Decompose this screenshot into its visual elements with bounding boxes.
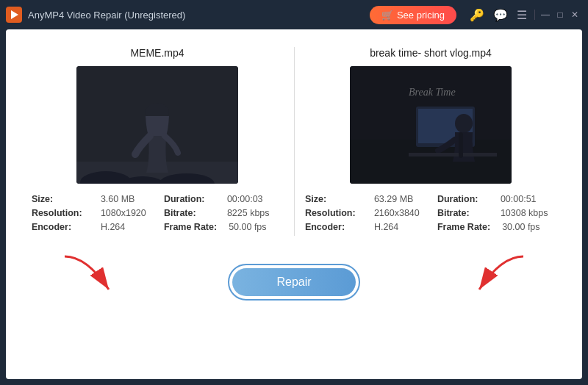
right-video-panel: break time- short vlog.mp4 xyxy=(305,47,556,236)
right-framerate-label: Frame Rate: xyxy=(437,222,490,232)
left-duration-label: Duration: xyxy=(164,194,215,204)
cart-icon: 🛒 xyxy=(381,10,393,21)
panel-divider xyxy=(294,47,295,236)
right-duration-value: 00:00:51 xyxy=(501,194,537,204)
left-bitrate-value: 8225 kbps xyxy=(227,208,270,218)
right-bitrate-value: 10308 kbps xyxy=(501,208,548,218)
right-meta-row-1: Size: 63.29 MB Duration: 00:00:51 xyxy=(305,194,556,204)
right-arrow xyxy=(413,249,545,301)
svg-rect-18 xyxy=(350,66,512,184)
app-logo xyxy=(6,7,22,23)
left-framerate-label: Frame Rate: xyxy=(164,222,217,232)
left-encoder-value: H.264 xyxy=(101,222,152,232)
left-meta-row-2: Resolution: 1080x1920 Bitrate: 8225 kbps xyxy=(32,208,283,218)
left-video-thumbnail xyxy=(76,66,238,184)
svg-rect-9 xyxy=(76,66,238,184)
left-framerate-value: 50.00 fps xyxy=(229,222,266,232)
right-video-svg: Break Time xyxy=(350,66,512,184)
videos-area: MEME.mp4 xyxy=(21,47,567,236)
repair-button-border: Repair xyxy=(228,264,359,301)
chat-icon[interactable]: 💬 xyxy=(489,6,512,24)
minimize-button[interactable]: — xyxy=(538,7,553,22)
left-arrow xyxy=(43,249,175,301)
right-encoder-value: H.264 xyxy=(374,222,426,232)
left-resolution-value: 1080x1920 xyxy=(101,208,152,218)
right-video-meta: Size: 63.29 MB Duration: 00:00:51 Resolu… xyxy=(305,194,556,236)
left-bitrate-label: Bitrate: xyxy=(164,208,215,218)
left-video-title: MEME.mp4 xyxy=(130,47,184,59)
right-size-value: 63.29 MB xyxy=(374,194,426,204)
bottom-action-area: Repair xyxy=(21,249,567,301)
right-duration-label: Duration: xyxy=(437,194,489,204)
repair-button-wrapper: Repair xyxy=(228,264,359,301)
left-duration-value: 00:00:03 xyxy=(227,194,263,204)
repair-button[interactable]: Repair xyxy=(232,268,355,296)
right-meta-row-3: Encoder: H.264 Frame Rate: 30.00 fps xyxy=(305,222,556,232)
right-size-label: Size: xyxy=(305,194,362,204)
main-content: MEME.mp4 xyxy=(6,29,582,379)
right-meta-row-2: Resolution: 2160x3840 Bitrate: 10308 kbp… xyxy=(305,208,556,218)
menu-icon[interactable]: ☰ xyxy=(512,6,531,24)
right-bitrate-label: Bitrate: xyxy=(437,208,489,218)
pricing-button[interactable]: 🛒 See pricing xyxy=(370,6,456,24)
key-icon[interactable]: 🔑 xyxy=(465,6,489,24)
right-encoder-label: Encoder: xyxy=(305,222,362,232)
right-resolution-value: 2160x3840 xyxy=(374,208,426,218)
left-meta-row-3: Encoder: H.264 Frame Rate: 50.00 fps xyxy=(32,222,283,232)
right-video-thumbnail: Break Time xyxy=(350,66,512,184)
left-video-svg xyxy=(76,66,238,184)
titlebar-separator xyxy=(534,10,535,20)
left-size-label: Size: xyxy=(32,194,89,204)
left-size-value: 3.60 MB xyxy=(101,194,152,204)
left-video-panel: MEME.mp4 xyxy=(32,47,283,236)
close-button[interactable]: ✕ xyxy=(567,7,582,22)
maximize-button[interactable]: □ xyxy=(553,7,567,22)
right-video-title: break time- short vlog.mp4 xyxy=(370,47,492,59)
pricing-label: See pricing xyxy=(397,10,445,21)
titlebar: AnyMP4 Video Repair (Unregistered) 🛒 See… xyxy=(0,0,588,29)
left-video-meta: Size: 3.60 MB Duration: 00:00:03 Resolut… xyxy=(32,194,283,236)
app-title: AnyMP4 Video Repair (Unregistered) xyxy=(28,10,370,21)
left-meta-row-1: Size: 3.60 MB Duration: 00:00:03 xyxy=(32,194,283,204)
right-framerate-value: 30.00 fps xyxy=(502,222,539,232)
left-resolution-label: Resolution: xyxy=(32,208,89,218)
right-resolution-label: Resolution: xyxy=(305,208,362,218)
left-encoder-label: Encoder: xyxy=(32,222,89,232)
